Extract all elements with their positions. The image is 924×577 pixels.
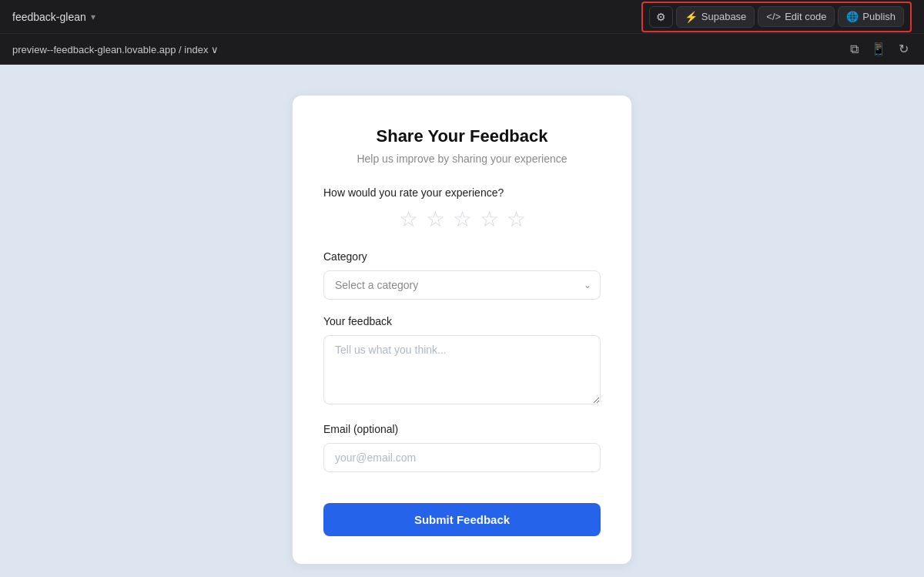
refresh-icon: ↻ <box>899 42 909 55</box>
feedback-textarea[interactable] <box>323 335 601 404</box>
star-rating: ☆ ☆ ☆ ☆ ☆ <box>323 206 601 232</box>
email-input[interactable] <box>323 443 601 472</box>
bolt-icon: ⚡ <box>685 11 698 23</box>
app-title-chevron[interactable]: ▾ <box>91 12 95 22</box>
category-label: Category <box>323 250 601 263</box>
star-4[interactable]: ☆ <box>480 206 499 232</box>
star-3[interactable]: ☆ <box>453 206 472 232</box>
mobile-icon: 📱 <box>871 42 886 55</box>
url-display: preview--feedback-glean.lovable.app / in… <box>12 42 219 56</box>
category-select-wrapper: Select a category Bug Report Feature Req… <box>323 270 601 300</box>
publish-button[interactable]: 🌐 Publish <box>838 6 904 27</box>
publish-label: Publish <box>862 11 896 22</box>
edit-code-label: Edit code <box>785 11 826 22</box>
mobile-view-button[interactable]: 📱 <box>868 39 889 59</box>
rating-label: How would you rate your experience? <box>323 186 601 199</box>
submit-button[interactable]: Submit Feedback <box>323 503 601 536</box>
settings-button[interactable]: ⚙ <box>649 6 673 28</box>
category-group: Category Select a category Bug Report Fe… <box>323 250 601 300</box>
email-group: Email (optional) <box>323 423 601 488</box>
url-text: preview--feedback-glean.lovable.app / in… <box>12 44 219 55</box>
star-5[interactable]: ☆ <box>507 206 526 232</box>
code-icon: </> <box>766 11 781 22</box>
category-select[interactable]: Select a category Bug Report Feature Req… <box>323 270 601 300</box>
address-bar: preview--feedback-glean.lovable.app / in… <box>0 34 924 65</box>
app-title-group: feedback-glean ▾ <box>12 11 95 23</box>
supabase-label: Supabase <box>701 11 747 22</box>
card-subtitle: Help us improve by sharing your experien… <box>323 153 601 165</box>
email-label: Email (optional) <box>323 423 601 435</box>
top-bar: feedback-glean ▾ ⚙ ⚡ Supabase </> Edit c… <box>0 0 924 34</box>
refresh-button[interactable]: ↻ <box>896 39 912 59</box>
top-bar-right-actions: ⚙ ⚡ Supabase </> Edit code 🌐 Publish <box>641 2 912 32</box>
gear-icon: ⚙ <box>656 11 666 23</box>
main-content: Share Your Feedback Help us improve by s… <box>0 65 924 577</box>
feedback-label: Your feedback <box>323 315 601 327</box>
external-link-button[interactable]: ⧉ <box>847 39 862 59</box>
external-icon: ⧉ <box>850 42 859 55</box>
supabase-button[interactable]: ⚡ Supabase <box>676 6 755 28</box>
rating-group: How would you rate your experience? ☆ ☆ … <box>323 186 601 232</box>
card-title: Share Your Feedback <box>323 126 601 146</box>
feedback-card: Share Your Feedback Help us improve by s… <box>293 96 631 564</box>
star-2[interactable]: ☆ <box>426 206 445 232</box>
feedback-group: Your feedback <box>323 315 601 408</box>
address-actions: ⧉ 📱 ↻ <box>847 39 912 59</box>
star-1[interactable]: ☆ <box>399 206 418 232</box>
app-title: feedback-glean <box>12 11 86 23</box>
globe-icon: 🌐 <box>846 11 859 22</box>
edit-code-button[interactable]: </> Edit code <box>758 6 835 27</box>
